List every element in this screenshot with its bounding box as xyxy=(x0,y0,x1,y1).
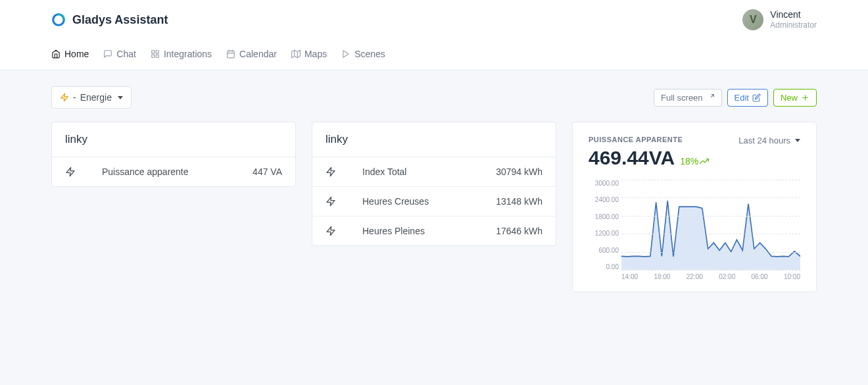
calendar-icon xyxy=(226,49,235,59)
brand[interactable]: Gladys Assistant xyxy=(51,13,168,27)
dashboard-selector[interactable]: - Energie xyxy=(51,86,132,109)
svg-marker-9 xyxy=(292,50,301,58)
chart-card: PUISSANCE APPARENTE Last 24 hours 469.44… xyxy=(572,122,817,292)
chart-x-axis: 14:0018:0022:0002:0006:0010:00 xyxy=(621,270,800,280)
card-row: Puissance apparente 447 VA xyxy=(52,157,295,186)
nav-chat[interactable]: Chat xyxy=(103,46,136,62)
nav-calendar[interactable]: Calendar xyxy=(226,46,277,62)
avatar: V xyxy=(742,9,763,30)
card-title: linky xyxy=(52,122,295,157)
user-menu[interactable]: V Vincent Administrator xyxy=(742,9,817,30)
chart-title: PUISSANCE APPARENTE xyxy=(589,136,683,143)
chat-icon xyxy=(103,49,112,59)
nav-maps[interactable]: Maps xyxy=(291,46,327,62)
plus-icon xyxy=(801,93,809,102)
svg-marker-18 xyxy=(327,167,335,176)
card-row: Index Total 30794 kWh xyxy=(312,157,556,187)
card-linky-2: linky Index Total 30794 kWh Heures Creus… xyxy=(312,122,556,246)
maximize-icon xyxy=(706,93,715,102)
user-role: Administrator xyxy=(770,20,817,30)
card-title: linky xyxy=(312,122,556,157)
play-icon xyxy=(341,49,350,59)
chart-line xyxy=(621,180,800,270)
card-linky-1: linky Puissance apparente 447 VA xyxy=(51,122,296,187)
chevron-down-icon xyxy=(118,96,123,99)
edit-icon xyxy=(752,93,761,102)
card-row: Heures Creuses 13148 kWh xyxy=(312,187,556,217)
zap-icon xyxy=(326,196,336,207)
svg-marker-19 xyxy=(327,197,335,205)
nav-integrations[interactable]: Integrations xyxy=(151,46,212,62)
svg-rect-4 xyxy=(152,55,155,57)
edit-button[interactable]: Edit xyxy=(727,89,768,107)
zap-icon xyxy=(326,226,336,236)
zap-icon xyxy=(60,93,69,102)
svg-marker-12 xyxy=(343,51,349,58)
brand-title: Gladys Assistant xyxy=(72,13,168,27)
svg-marker-20 xyxy=(327,226,335,235)
svg-line-14 xyxy=(711,94,713,97)
home-icon xyxy=(51,49,60,59)
chart-y-axis: 3000.002400.001800.001200.00600.000.00 xyxy=(589,180,619,270)
fullscreen-button[interactable]: Full screen xyxy=(654,89,722,107)
svg-marker-17 xyxy=(66,167,74,176)
svg-rect-1 xyxy=(152,51,155,53)
card-row: Heures Pleines 17646 kWh xyxy=(312,217,556,245)
chevron-down-icon xyxy=(795,139,800,142)
user-name: Vincent xyxy=(770,10,817,20)
trend-up-icon xyxy=(700,157,709,166)
chart-delta: 18% xyxy=(680,156,709,167)
svg-rect-3 xyxy=(156,55,158,57)
new-button[interactable]: New xyxy=(773,89,817,107)
zap-icon xyxy=(326,167,336,177)
svg-marker-13 xyxy=(61,93,68,101)
map-icon xyxy=(291,49,301,59)
nav-scenes[interactable]: Scenes xyxy=(341,46,385,62)
zap-icon xyxy=(65,167,76,177)
svg-rect-5 xyxy=(228,51,235,58)
brand-logo-icon xyxy=(51,13,66,27)
grid-icon xyxy=(151,49,160,59)
chart-value: 469.44VA xyxy=(589,147,675,169)
chart-range-selector[interactable]: Last 24 hours xyxy=(738,136,800,145)
nav-home[interactable]: Home xyxy=(51,46,89,62)
chart-plot xyxy=(621,180,800,270)
svg-rect-2 xyxy=(156,51,158,53)
